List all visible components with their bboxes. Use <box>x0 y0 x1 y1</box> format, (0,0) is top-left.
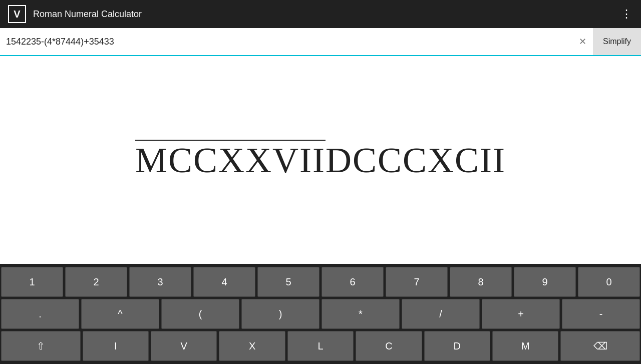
key-4[interactable]: 4 <box>193 267 255 297</box>
key-5[interactable]: 5 <box>257 267 319 297</box>
key-C[interactable]: C <box>356 331 422 361</box>
clear-icon: ✕ <box>579 36 586 47</box>
key-*[interactable]: * <box>322 299 400 329</box>
key-)[interactable]: ) <box>241 299 319 329</box>
clear-button[interactable]: ✕ <box>573 32 593 52</box>
keyboard-row-roman: ⇧IVXLCDM⌫ <box>0 330 641 362</box>
key-3[interactable]: 3 <box>129 267 191 297</box>
key-6[interactable]: 6 <box>322 267 384 297</box>
key-8[interactable]: 8 <box>450 267 512 297</box>
key-V[interactable]: V <box>151 331 217 361</box>
key-L[interactable]: L <box>287 331 354 361</box>
key-backspace[interactable]: ⌫ <box>560 331 640 361</box>
key--[interactable]: - <box>562 299 640 329</box>
input-bar: ✕ Simplify <box>0 28 641 56</box>
result-area: MCCXXVIIDCCCXCII <box>0 56 641 264</box>
keyboard: 1234567890 .^()*/+- ⇧IVXLCDM⌫ <box>0 264 641 364</box>
key-+[interactable]: + <box>482 299 560 329</box>
key-/[interactable]: / <box>402 299 480 329</box>
key-7[interactable]: 7 <box>386 267 448 297</box>
keyboard-row-operators: .^()*/+- <box>0 298 641 330</box>
app-logo: V <box>8 5 26 23</box>
roman-result: MCCXXVIIDCCCXCII <box>135 141 506 180</box>
key-X[interactable]: X <box>219 331 285 361</box>
simplify-button[interactable]: Simplify <box>593 28 641 55</box>
key-0[interactable]: 0 <box>578 267 640 297</box>
key-2[interactable]: 2 <box>65 267 127 297</box>
key-I[interactable]: I <box>83 331 149 361</box>
key-1[interactable]: 1 <box>1 267 63 297</box>
expression-input[interactable] <box>0 28 573 55</box>
key-([interactable]: ( <box>161 299 239 329</box>
roman-result-container: MCCXXVIIDCCCXCII <box>135 140 506 180</box>
key-.[interactable]: . <box>1 299 79 329</box>
keyboard-row-digits: 1234567890 <box>0 266 641 298</box>
menu-icon[interactable]: ⋮ <box>621 8 633 21</box>
app-header: V Roman Numeral Calculator ⋮ <box>0 0 641 28</box>
key-M[interactable]: M <box>492 331 558 361</box>
key-9[interactable]: 9 <box>514 267 576 297</box>
header-title: Roman Numeral Calculator <box>33 9 621 20</box>
key-shift[interactable]: ⇧ <box>1 331 81 361</box>
key-D[interactable]: D <box>424 331 490 361</box>
key-^[interactable]: ^ <box>81 299 159 329</box>
